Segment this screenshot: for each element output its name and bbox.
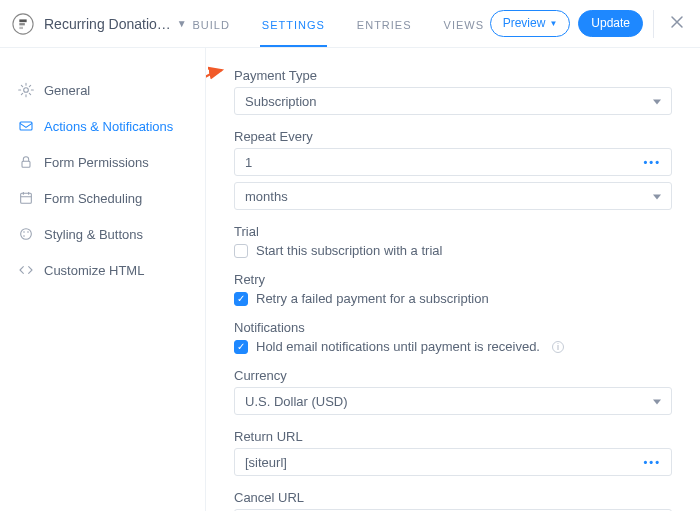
sidebar-item-label: General <box>44 83 90 98</box>
close-button[interactable] <box>666 15 688 33</box>
label-payment-type: Payment Type <box>234 68 672 83</box>
sidebar-item-scheduling[interactable]: Form Scheduling <box>0 180 205 216</box>
trial-checkbox-label: Start this subscription with a trial <box>256 243 442 258</box>
svg-point-11 <box>23 235 25 237</box>
sidebar-item-general[interactable]: General <box>0 72 205 108</box>
payment-type-select[interactable]: Subscription <box>234 87 672 115</box>
label-trial: Trial <box>234 224 672 239</box>
svg-point-9 <box>23 231 25 233</box>
main-tabs: BUILD SETTINGS ENTRIES VIEWS <box>187 0 490 47</box>
code-icon <box>18 262 34 278</box>
repeat-count-input[interactable]: 1 <box>234 148 672 176</box>
label-currency: Currency <box>234 368 672 383</box>
sidebar-item-label: Form Permissions <box>44 155 149 170</box>
annotation-arrow-icon <box>206 58 234 168</box>
trial-checkbox[interactable] <box>234 244 248 258</box>
preview-label: Preview <box>503 16 546 30</box>
svg-point-10 <box>27 231 29 233</box>
label-return-url: Return URL <box>234 429 672 444</box>
tab-entries[interactable]: ENTRIES <box>355 3 414 47</box>
settings-sidebar: General Actions & Notifications Form Per… <box>0 48 206 511</box>
info-icon[interactable]: i <box>552 341 564 353</box>
sidebar-item-html[interactable]: Customize HTML <box>0 252 205 288</box>
return-url-input[interactable]: [siteurl] <box>234 448 672 476</box>
divider <box>653 10 654 38</box>
tab-views[interactable]: VIEWS <box>442 3 486 47</box>
notifications-checkbox[interactable] <box>234 340 248 354</box>
tab-settings[interactable]: SETTINGS <box>260 3 327 47</box>
svg-rect-6 <box>22 161 30 167</box>
svg-rect-1 <box>19 19 26 22</box>
sidebar-item-label: Customize HTML <box>44 263 144 278</box>
gear-icon <box>18 82 34 98</box>
app-logo-icon <box>12 13 34 35</box>
retry-checkbox[interactable] <box>234 292 248 306</box>
currency-select[interactable]: U.S. Dollar (USD) <box>234 387 672 415</box>
palette-icon <box>18 226 34 242</box>
sidebar-item-styling[interactable]: Styling & Buttons <box>0 216 205 252</box>
notifications-checkbox-label: Hold email notifications until payment i… <box>256 339 540 354</box>
label-repeat: Repeat Every <box>234 129 672 144</box>
caret-down-icon: ▼ <box>177 18 187 29</box>
lock-icon <box>18 154 34 170</box>
sidebar-item-permissions[interactable]: Form Permissions <box>0 144 205 180</box>
retry-checkbox-label: Retry a failed payment for a subscriptio… <box>256 291 489 306</box>
sidebar-item-actions[interactable]: Actions & Notifications <box>0 108 205 144</box>
repeat-unit-select[interactable]: months <box>234 182 672 210</box>
svg-rect-3 <box>19 26 23 28</box>
svg-rect-2 <box>19 23 24 25</box>
close-icon <box>670 15 684 29</box>
calendar-icon <box>18 190 34 206</box>
update-button[interactable]: Update <box>578 10 643 36</box>
sidebar-item-label: Form Scheduling <box>44 191 142 206</box>
caret-down-icon: ▼ <box>549 19 557 29</box>
label-cancel-url: Cancel URL <box>234 490 672 505</box>
label-notifications: Notifications <box>234 320 672 335</box>
svg-point-8 <box>21 229 32 240</box>
svg-rect-5 <box>20 122 32 130</box>
preview-button[interactable]: Preview ▼ <box>490 10 571 36</box>
tab-build[interactable]: BUILD <box>190 3 231 47</box>
form-name-dropdown[interactable]: Recurring Donatio… <box>44 16 171 32</box>
sidebar-item-label: Styling & Buttons <box>44 227 143 242</box>
svg-point-4 <box>24 88 29 93</box>
mail-icon <box>18 118 34 134</box>
sidebar-item-label: Actions & Notifications <box>44 119 173 134</box>
settings-panel: Payment Type Subscription Repeat Every 1… <box>206 48 700 511</box>
label-retry: Retry <box>234 272 672 287</box>
svg-rect-7 <box>21 193 32 203</box>
